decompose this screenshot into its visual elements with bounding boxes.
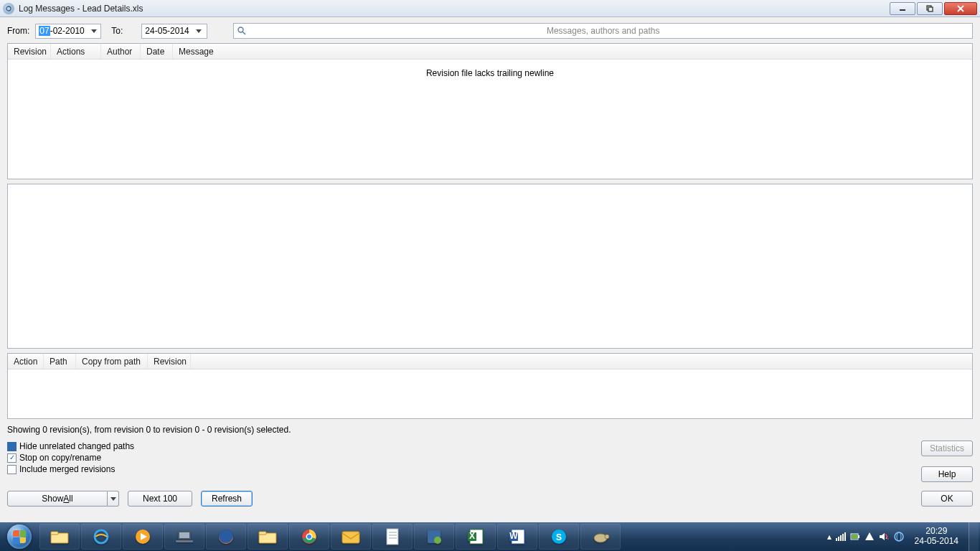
filter-row: From: 07-02-2010 To: 24-05-2014 Messages…: [7, 23, 973, 39]
taskbar-folder[interactable]: [248, 524, 288, 550]
col-message[interactable]: Message: [173, 44, 972, 59]
col-date[interactable]: Date: [141, 44, 173, 59]
svg-rect-21: [387, 529, 398, 545]
svg-text:X: X: [469, 531, 475, 541]
svg-rect-37: [836, 538, 837, 541]
commit-message-panel[interactable]: [7, 184, 973, 349]
svg-rect-44: [852, 534, 857, 539]
from-label: From:: [7, 26, 29, 36]
paths-header-row: Action Path Copy from path Revision: [8, 354, 972, 369]
svg-point-36: [605, 534, 609, 539]
svg-line-46: [885, 534, 888, 540]
clock-time: 20:29: [915, 527, 958, 537]
svg-rect-13: [176, 540, 193, 542]
bottom-buttons-row: Show All Next 100 Refresh OK: [7, 491, 973, 507]
checkbox-icon: [7, 442, 17, 451]
svg-rect-7: [51, 532, 58, 534]
svg-line-5: [243, 32, 246, 34]
network-icon[interactable]: [893, 532, 905, 542]
show-desktop-button[interactable]: [969, 522, 979, 551]
start-button[interactable]: [0, 522, 39, 551]
taskbar-app-generic[interactable]: [414, 524, 454, 550]
svg-rect-12: [179, 532, 189, 538]
checkbox-icon: [7, 465, 17, 474]
svg-point-47: [895, 532, 903, 541]
stop-on-copy-checkbox[interactable]: ✓ Stop on copy/rename: [7, 452, 134, 463]
wifi-icon[interactable]: [836, 532, 846, 541]
svg-rect-16: [259, 532, 266, 534]
col-filler: [191, 354, 972, 369]
col-revision-b[interactable]: Revision: [148, 354, 191, 369]
svg-rect-40: [842, 534, 844, 541]
to-date-picker[interactable]: 24-05-2014: [141, 24, 207, 39]
svg-rect-39: [840, 535, 842, 541]
taskbar-notepad[interactable]: [372, 524, 413, 550]
taskbar-word[interactable]: W: [497, 524, 537, 550]
from-date-picker[interactable]: 07-02-2010: [35, 24, 101, 39]
col-author[interactable]: Author: [101, 44, 141, 59]
taskbar-explorer[interactable]: [39, 524, 80, 550]
next-100-button[interactable]: Next 100: [128, 491, 192, 507]
svg-point-48: [897, 532, 901, 541]
search-input[interactable]: Messages, authors and paths: [233, 23, 973, 39]
app-icon: [3, 3, 14, 14]
windows-orb-icon: [7, 524, 32, 549]
show-all-button[interactable]: Show All: [7, 491, 108, 507]
changed-paths-panel: Action Path Copy from path Revision: [7, 353, 973, 419]
show-all-dropdown[interactable]: [108, 491, 119, 507]
clock-date: 24-05-2014: [915, 537, 958, 547]
battery-icon[interactable]: [850, 532, 860, 542]
taskbar-chrome[interactable]: [289, 524, 329, 550]
options-row: Hide unrelated changed paths ✓ Stop on c…: [7, 441, 973, 482]
titlebar[interactable]: Log Messages - Lead Details.xls: [0, 0, 980, 17]
svg-rect-3: [928, 7, 933, 11]
revisions-header-row: Revision Actions Author Date Message: [8, 44, 972, 60]
checkbox-icon: ✓: [7, 453, 17, 463]
statistics-button[interactable]: Statistics: [921, 441, 973, 456]
chevron-down-icon: [89, 29, 99, 33]
search-icon: [234, 26, 250, 36]
svg-point-19: [307, 534, 311, 539]
refresh-button[interactable]: Refresh: [201, 491, 253, 507]
close-button[interactable]: [944, 2, 977, 15]
taskbar-outlook[interactable]: [331, 524, 371, 550]
col-path[interactable]: Path: [44, 354, 76, 369]
show-all-split-button[interactable]: Show All: [7, 491, 119, 507]
include-merged-label: Include merged revisions: [19, 464, 115, 474]
svg-marker-45: [880, 533, 885, 540]
svg-point-26: [434, 537, 441, 544]
taskbar-ie[interactable]: [81, 524, 121, 550]
help-button[interactable]: Help: [921, 466, 973, 482]
svg-text:W: W: [509, 531, 518, 541]
taskbar-skype[interactable]: S: [539, 524, 579, 550]
svg-rect-43: [858, 535, 859, 538]
tray-chevron-icon[interactable]: ▴: [827, 532, 831, 542]
ok-button[interactable]: OK: [921, 491, 973, 507]
hide-unrelated-checkbox[interactable]: Hide unrelated changed paths: [7, 441, 134, 452]
search-placeholder: Messages, authors and paths: [547, 26, 659, 36]
taskbar[interactable]: X W S ▴ 20:29 24-05-2014: [0, 522, 980, 551]
col-actions[interactable]: Actions: [51, 44, 101, 59]
col-copy-from[interactable]: Copy from path: [76, 354, 148, 369]
revisions-panel: Revision Actions Author Date Message Rev…: [7, 43, 973, 179]
maximize-button[interactable]: [917, 2, 943, 15]
taskbar-tortoise[interactable]: [580, 524, 621, 550]
taskbar-laptop[interactable]: [164, 524, 204, 550]
action-center-icon[interactable]: [864, 532, 875, 542]
from-date-value: 07-02-2010: [39, 26, 88, 36]
app-window: Log Messages - Lead Details.xls From: 07…: [0, 0, 980, 522]
include-merged-checkbox[interactable]: Include merged revisions: [7, 463, 134, 475]
taskbar-wmp[interactable]: [123, 524, 163, 550]
revisions-message: Revision file lacks trailing newline: [8, 60, 972, 179]
volume-icon[interactable]: [879, 532, 889, 542]
col-action[interactable]: Action: [8, 354, 44, 369]
system-tray: ▴ 20:29 24-05-2014: [827, 522, 980, 551]
taskbar-clock[interactable]: 20:29 24-05-2014: [910, 527, 963, 547]
minimize-button[interactable]: [890, 2, 915, 15]
taskbar-excel[interactable]: X: [456, 524, 496, 550]
chevron-down-icon: [194, 29, 204, 33]
svg-rect-41: [844, 532, 846, 541]
col-revision[interactable]: Revision: [8, 44, 51, 59]
svg-rect-20: [342, 532, 359, 543]
taskbar-firefox[interactable]: [206, 524, 246, 550]
